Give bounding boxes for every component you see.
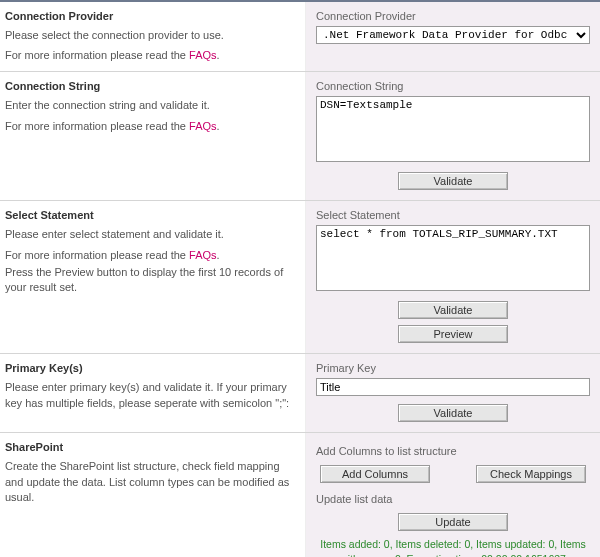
section-sharepoint: SharePoint Create the SharePoint list st… bbox=[0, 433, 600, 557]
section-title: SharePoint bbox=[5, 441, 295, 453]
section-desc: Please select the connection provider to… bbox=[5, 28, 295, 43]
section-right: Select Statement select * from TOTALS_RI… bbox=[305, 201, 600, 353]
section-right: Connection String DSN=Textsample Validat… bbox=[305, 72, 600, 200]
faq-line: For more information please read the FAQ… bbox=[5, 249, 295, 261]
faq-line: For more information please read the FAQ… bbox=[5, 120, 295, 132]
connection-string-input[interactable]: DSN=Textsample bbox=[316, 96, 590, 162]
section-select-statement: Select Statement Please enter select sta… bbox=[0, 201, 600, 354]
section-desc: Create the SharePoint list structure, ch… bbox=[5, 459, 295, 505]
update-heading: Update list data bbox=[316, 493, 590, 505]
validate-connection-button[interactable]: Validate bbox=[398, 172, 508, 190]
faq-link[interactable]: FAQs bbox=[189, 249, 217, 261]
field-label: Select Statement bbox=[316, 209, 590, 221]
section-desc: Please enter primary key(s) and validate… bbox=[5, 380, 295, 411]
section-right: Connection Provider .Net Framework Data … bbox=[305, 2, 600, 71]
faq-line: For more information please read the FAQ… bbox=[5, 49, 295, 61]
faq-link[interactable]: FAQs bbox=[189, 49, 217, 61]
update-button[interactable]: Update bbox=[398, 513, 508, 531]
add-columns-heading: Add Columns to list structure bbox=[316, 445, 590, 457]
section-title: Primary Key(s) bbox=[5, 362, 295, 374]
section-left: SharePoint Create the SharePoint list st… bbox=[0, 433, 305, 557]
select-statement-input[interactable]: select * from TOTALS_RIP_SUMMARY.TXT bbox=[316, 225, 590, 291]
add-columns-button[interactable]: Add Columns bbox=[320, 465, 430, 483]
section-left: Connection Provider Please select the co… bbox=[0, 2, 305, 71]
validate-primary-key-button[interactable]: Validate bbox=[398, 404, 508, 422]
section-desc2: Press the Preview button to display the … bbox=[5, 265, 295, 296]
check-mappings-button[interactable]: Check Mappings bbox=[476, 465, 586, 483]
primary-key-input[interactable] bbox=[316, 378, 590, 396]
section-title: Select Statement bbox=[5, 209, 295, 221]
section-connection-provider: Connection Provider Please select the co… bbox=[0, 2, 600, 72]
section-left: Connection String Enter the connection s… bbox=[0, 72, 305, 200]
section-desc: Enter the connection string and validate… bbox=[5, 98, 295, 113]
section-right: Primary Key Validate bbox=[305, 354, 600, 432]
section-right: Add Columns to list structure Add Column… bbox=[305, 433, 600, 557]
field-label: Primary Key bbox=[316, 362, 590, 374]
validate-select-button[interactable]: Validate bbox=[398, 301, 508, 319]
section-connection-string: Connection String Enter the connection s… bbox=[0, 72, 600, 201]
section-left: Primary Key(s) Please enter primary key(… bbox=[0, 354, 305, 432]
field-label: Connection String bbox=[316, 80, 590, 92]
section-title: Connection String bbox=[5, 80, 295, 92]
connection-provider-select[interactable]: .Net Framework Data Provider for Odbc bbox=[316, 26, 590, 44]
section-primary-key: Primary Key(s) Please enter primary key(… bbox=[0, 354, 600, 433]
section-title: Connection Provider bbox=[5, 10, 295, 22]
field-label: Connection Provider bbox=[316, 10, 590, 22]
section-desc: Please enter select statement and valida… bbox=[5, 227, 295, 242]
section-left: Select Statement Please enter select sta… bbox=[0, 201, 305, 353]
preview-button[interactable]: Preview bbox=[398, 325, 508, 343]
faq-link[interactable]: FAQs bbox=[189, 120, 217, 132]
update-status: Items added: 0, Items deleted: 0, Items … bbox=[316, 537, 590, 557]
